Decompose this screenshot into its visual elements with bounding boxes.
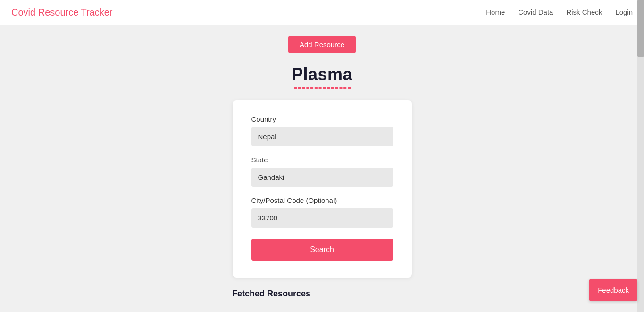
page-title: Plasma: [292, 65, 352, 84]
nav-login[interactable]: Login: [615, 8, 633, 16]
title-underline: [294, 87, 351, 89]
feedback-button[interactable]: Feedback: [589, 279, 637, 301]
country-input[interactable]: [251, 127, 393, 146]
country-label: Country: [251, 115, 393, 123]
state-label: State: [251, 156, 393, 164]
state-field-group: State: [251, 156, 393, 187]
fetched-resources-title: Fetched Resources: [232, 289, 310, 299]
search-button[interactable]: Search: [251, 239, 393, 261]
city-input[interactable]: [251, 208, 393, 228]
nav-risk-check[interactable]: Risk Check: [566, 8, 602, 16]
scrollbar[interactable]: [637, 0, 644, 312]
navbar-links: Home Covid Data Risk Check Login: [486, 8, 633, 17]
city-field-group: City/Postal Code (Optional): [251, 196, 393, 228]
state-input[interactable]: [251, 168, 393, 187]
nav-home[interactable]: Home: [486, 8, 505, 16]
country-field-group: Country: [251, 115, 393, 146]
scrollbar-thumb[interactable]: [637, 0, 644, 57]
navbar: Covid Resource Tracker Home Covid Data R…: [0, 0, 644, 25]
add-resource-button[interactable]: Add Resource: [288, 36, 356, 53]
nav-covid-data[interactable]: Covid Data: [518, 8, 553, 16]
city-label: City/Postal Code (Optional): [251, 196, 393, 204]
navbar-brand[interactable]: Covid Resource Tracker: [11, 7, 113, 18]
main-content: Add Resource Plasma Country State City/P…: [0, 25, 644, 312]
search-card: Country State City/Postal Code (Optional…: [233, 100, 412, 278]
